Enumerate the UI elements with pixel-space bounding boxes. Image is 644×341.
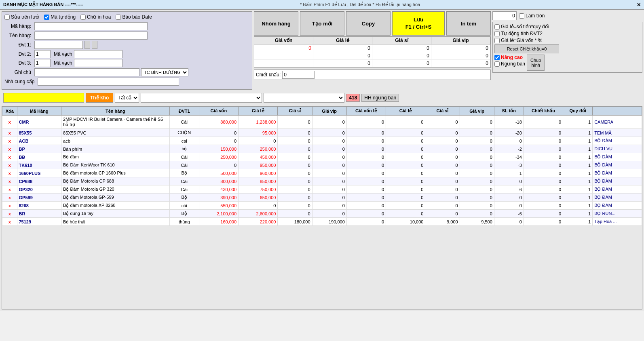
checkbox-bao-input[interactable] [116, 15, 121, 20]
xoa-cell[interactable]: x [2, 145, 17, 153]
nhom-cell: TEM MÃ [593, 129, 642, 137]
xoa-cell[interactable]: x [2, 161, 17, 169]
checkbox-chu-input[interactable] [80, 15, 86, 20]
giale2-cell: 0 [386, 129, 425, 137]
search-input[interactable] [3, 93, 84, 103]
sl-ton-button[interactable] [92, 41, 97, 49]
giale-cell: 250,000 [239, 145, 278, 153]
checkbox-ma-input[interactable] [44, 15, 49, 20]
slton-cell: 0 [494, 202, 524, 210]
table-row: x 8268 Bộ đàm motorola XP 8268 cái 550,0… [2, 202, 642, 210]
nang-cao-check[interactable] [494, 55, 500, 60]
giasi2-cell: 9,000 [425, 218, 460, 226]
nhom-hang-button[interactable]: Nhóm hàng [254, 11, 298, 36]
th-quydoi: Quy đổi [563, 107, 593, 116]
checkbox-ma-tu-dong[interactable]: Mã tự động [44, 14, 76, 20]
lam-tron-check[interactable] [519, 13, 524, 19]
xoa-cell[interactable]: x [2, 137, 17, 145]
in-tem-button[interactable]: In tem [446, 11, 491, 36]
the-kho-button[interactable]: Thẻ kho [86, 93, 113, 103]
nang-cao-checkbox[interactable]: Nâng cao [494, 55, 525, 60]
chietkhau-cell: 0 [524, 194, 563, 202]
gia-le-gia-von-check[interactable] [494, 38, 500, 43]
lam-tron-checkbox[interactable]: Làm tròn [519, 13, 545, 19]
luu-button[interactable]: Lưu F1 / Ctrl+S [392, 11, 445, 36]
chup-hinh-button[interactable]: Chup hình [527, 55, 545, 71]
tenhang-cell: Bàn phím [61, 145, 170, 153]
dvt1-cell: thùng [169, 218, 199, 226]
ma-hang-input[interactable] [34, 22, 148, 30]
xoa-cell[interactable]: x [2, 202, 17, 210]
xoa-cell[interactable]: x [2, 218, 17, 226]
gia-le-gia-von[interactable]: Giá lẻ=Giá vốn * % [494, 38, 640, 43]
gia-vip-header: Giá vip [431, 37, 490, 44]
tao-moi-button[interactable]: Tạo mới [300, 11, 344, 36]
chiet-khau-row: Chiết khấu: [254, 69, 491, 80]
lam-tron-input[interactable] [492, 11, 517, 20]
xoa-cell[interactable]: x [2, 153, 17, 161]
dvt3-val-input[interactable] [34, 59, 51, 67]
chietkhau-cell: 0 [524, 210, 563, 218]
xoa-cell[interactable]: x [2, 169, 17, 177]
chiet-khau-input[interactable] [282, 71, 315, 79]
giale2-cell: 0 [386, 145, 425, 153]
dvt2-val-input[interactable] [34, 50, 51, 58]
xoa-cell[interactable]: x [2, 185, 17, 194]
ma-vach3-input[interactable] [74, 59, 122, 67]
quydoi-cell: 1 [563, 185, 593, 194]
tu-dong-tinh[interactable]: Tự động tính ĐVT2 [494, 31, 640, 36]
lam-tron-label: Làm tròn [526, 13, 545, 19]
giale2-cell: 0 [386, 210, 425, 218]
giale-cell: 220,000 [239, 218, 278, 226]
gia-si-header: Giá sỉ [372, 37, 431, 44]
quydoi-cell: 1 [563, 137, 593, 145]
filter-select-3[interactable] [264, 93, 344, 103]
chietkhau-cell: 0 [524, 116, 563, 129]
giasi2-cell: 0 [425, 153, 460, 161]
checkbox-sua-tren-luoi[interactable]: Sửa trên lưới [4, 14, 39, 20]
supplier-select[interactable]: TC BÌNH DƯƠNG [141, 68, 188, 76]
ghi-chu-input[interactable] [34, 68, 139, 76]
xoa-cell[interactable]: x [2, 194, 17, 202]
giavip2-cell: 0 [460, 194, 494, 202]
th-giavip2: Giá vip [460, 107, 494, 116]
close-button[interactable]: ✕ [637, 2, 641, 8]
xoa-cell[interactable]: x [2, 177, 17, 185]
filter-select-1[interactable]: Tất cả [115, 93, 139, 103]
giavon-cell: 0 [199, 129, 238, 137]
dvt1-cell: bộ [169, 145, 199, 153]
dvt1-input[interactable] [34, 41, 83, 49]
xoa-cell[interactable]: x [2, 116, 17, 129]
right-options: Giá lẻ=số tiền*quy đổi Tự động tính ĐVT2… [492, 22, 642, 73]
giavip2-cell: 0 [460, 153, 494, 161]
th-giavon: Giá vốn [199, 107, 238, 116]
giasi-cell: 0 [278, 161, 312, 169]
ma-vach2-input[interactable] [74, 50, 122, 58]
mahang-cell: CP688 [17, 177, 61, 185]
checkbox-bao-bao[interactable]: Báo báo Date [116, 14, 152, 20]
reset-chiet-khau-button[interactable]: Reset Chiết khấu=0 [494, 44, 559, 53]
xoa-cell[interactable]: x [2, 210, 17, 218]
dvt1-cell: Bộ [169, 194, 199, 202]
checkbox-sua-input[interactable] [4, 15, 10, 20]
gia-le-so-tien[interactable]: Giá lẻ=số tiền*quy đổi [494, 24, 640, 29]
ngung-ban-check[interactable] [494, 61, 500, 67]
giasi2-cell: 0 [425, 210, 460, 218]
giavon-cell: 160,000 [199, 218, 238, 226]
ten-hang-input[interactable] [34, 32, 148, 40]
giavon-cell: 800,000 [199, 177, 238, 185]
giale-cell: 750,000 [239, 185, 278, 194]
dvt1-cell: Cái [169, 153, 199, 161]
copy-button[interactable]: Copy [346, 11, 391, 36]
tu-dong-tinh-check[interactable] [494, 31, 500, 36]
gia-le-so-tien-check[interactable] [494, 24, 500, 29]
table-row: x 85X55 85X55 PVC CUỘN 0 95,000 0 0 0 0 … [2, 129, 642, 137]
nha-cung-cap-input[interactable] [38, 78, 179, 86]
gia-le-header: Giá lẻ [313, 37, 372, 44]
filter-select-2[interactable] [141, 93, 262, 103]
checkbox-chu-in-hoa[interactable]: Chữ in hoa [80, 14, 111, 20]
nhom-cell: BỘ ĐÀM [593, 169, 642, 177]
xoa-cell[interactable]: x [2, 129, 17, 137]
ngung-ban-checkbox[interactable]: Ngưng bán [494, 61, 525, 67]
quy-doi-button[interactable] [84, 41, 90, 49]
